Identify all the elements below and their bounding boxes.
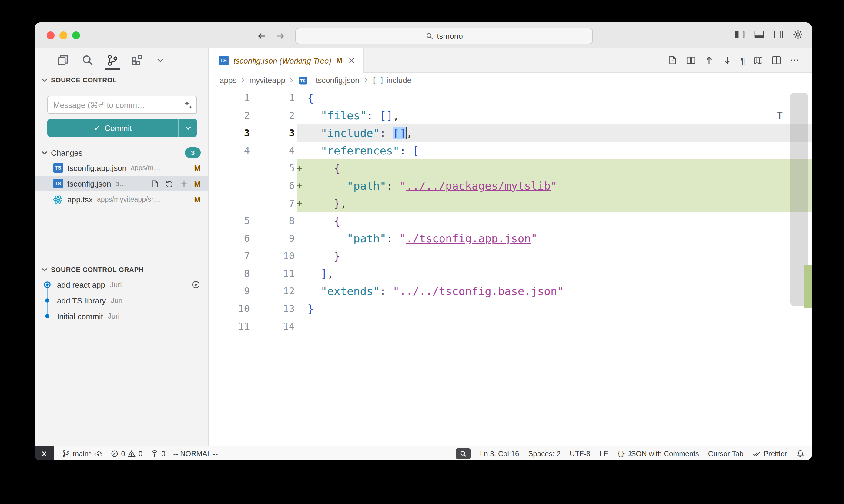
changed-file-row-selected[interactable]: TS tsconfig.json a… [35,176,208,192]
command-center-search[interactable]: tsmono [295,28,593,44]
forward-button[interactable] [275,31,286,41]
changed-file-row[interactable]: TS tsconfig.app.json apps/m… M [35,160,208,176]
spacer [35,207,208,262]
file-name: app.tsx [67,195,93,204]
code-line[interactable]: 69 "path": "./tsconfig.app.json" [209,230,812,247]
cursor-position-item[interactable]: Ln 3, Col 16 [480,449,519,458]
layout-sidebar-icon[interactable] [734,29,745,40]
modified-badge: M [193,179,201,188]
close-button[interactable] [47,32,55,39]
code-line[interactable]: 912 "extends": "../../tsconfig.base.json… [209,282,812,300]
symbol-array-icon: [ ] [372,76,383,85]
diff-added-marker [295,265,304,282]
code-line[interactable]: 1114 [209,318,812,335]
code-line[interactable]: 811 ], [209,265,812,282]
code-line[interactable]: 7+ }, [209,195,812,212]
open-changes-icon[interactable] [668,55,678,66]
split-editor-icon[interactable] [771,55,781,66]
editor-toolbar: ¶ [668,49,812,72]
encoding-item[interactable]: UTF-8 [570,449,590,458]
pilcrow-icon[interactable]: ¶ [740,56,745,65]
new-line-number: 11 [254,265,295,282]
open-file-icon[interactable] [150,179,159,188]
language-mode-item[interactable]: {} JSON with Comments [617,449,699,458]
commit-row[interactable]: Initial commit Juri [35,308,208,324]
minimize-button[interactable] [59,32,67,39]
magnifier-icon [460,450,467,457]
code-line[interactable]: 11{ [209,89,812,107]
cursor-tab-item[interactable]: Cursor Tab [708,449,744,458]
next-change-icon[interactable] [722,55,733,66]
errors-icon [110,449,119,458]
code-line[interactable]: 6+ "path": "../../packages/mytslib" [209,177,812,195]
extensions-tab[interactable] [131,49,144,72]
vim-mode-item[interactable]: -- NORMAL -- [173,449,218,458]
commit-row[interactable]: add react app Juri [35,277,208,293]
source-control-tab[interactable] [106,49,119,72]
code-line[interactable]: 58 { [209,212,812,230]
close-tab-icon[interactable] [347,56,356,65]
screencast-zoom-indicator[interactable] [456,448,471,459]
indentation-item[interactable]: Spaces: 2 [528,449,561,458]
changes-section-header[interactable]: Changes 3 [41,145,197,160]
layout-secondary-sidebar-icon[interactable] [773,29,784,40]
changed-file-row[interactable]: app.tsx apps/myviteapp/sr… M [35,192,208,207]
commit-button[interactable]: ✓ Commit [47,119,197,137]
commit-dropdown-button[interactable] [178,119,197,137]
graph-section-header[interactable]: SOURCE CONTROL GRAPH [35,262,208,277]
code-line[interactable]: 22 "files": [], [209,107,812,124]
back-button[interactable] [257,31,267,41]
commit-message: add TS library [57,296,106,305]
zoom-button[interactable] [72,32,80,39]
cloud-upload-icon[interactable] [94,449,102,458]
breadcrumb-item[interactable]: myviteapp [249,76,285,85]
goto-current-commit-icon[interactable] [191,280,201,290]
branch-item[interactable]: main* [62,449,102,458]
more-actions-icon[interactable] [789,55,800,66]
code-line[interactable]: 5+ { [209,159,812,177]
code-line[interactable]: 710 } [209,247,812,265]
commit-message-input[interactable] [47,96,197,114]
ports-item[interactable]: 0 [150,449,165,458]
code-text: "path": "./tsconfig.app.json" [304,230,537,247]
desktop: tsmono [0,0,844,504]
editor-group: TS tsconfig.json (Working Tree) M [209,49,812,446]
breadcrumb-item[interactable]: apps [220,76,237,85]
discard-changes-icon[interactable] [165,179,174,188]
bell-icon[interactable] [796,449,805,458]
old-line-number: 9 [209,282,254,300]
breadcrumb-item[interactable]: include [386,76,411,85]
remote-indicator[interactable] [35,447,54,461]
diff-editor[interactable]: 11{22 "files": [],33 "include": [],44 "r… [209,88,812,446]
diff-added-marker: + [295,195,304,212]
commit-author: Juri [108,312,201,321]
code-text: ], [304,265,334,282]
chevron-down-icon [41,76,49,84]
problems-item[interactable]: 0 0 [110,449,142,458]
code-line[interactable]: 44 "references": [ [209,142,812,159]
code-line[interactable]: 1013} [209,300,812,318]
previous-change-icon[interactable] [704,55,714,66]
commit-author: Juri [111,296,201,305]
layout-panel-icon[interactable] [754,29,764,40]
breadcrumb-item[interactable]: tsconfig.json [315,76,360,85]
search-tab[interactable] [81,49,94,72]
more-views-tab[interactable] [156,49,165,72]
file-path: apps/m… [131,164,193,172]
map-icon[interactable] [753,55,763,66]
compare-icon[interactable] [686,55,696,66]
changes-count-badge: 3 [185,147,201,158]
radio-tower-icon [150,449,159,458]
new-line-number: 1 [254,89,295,107]
eol-item[interactable]: LF [599,449,608,458]
formatter-item[interactable]: Prettier [753,449,787,458]
settings-gear-icon[interactable] [792,29,803,40]
sparkle-icon[interactable] [183,100,193,110]
tab-tsconfig-working-tree[interactable]: TS tsconfig.json (Working Tree) M [209,49,363,73]
source-control-section-header[interactable]: SOURCE CONTROL [35,72,208,88]
new-line-number: 14 [254,318,295,335]
stage-changes-icon[interactable] [179,179,189,188]
code-line[interactable]: 33 "include": [], [209,124,812,142]
commit-row[interactable]: add TS library Juri [35,293,208,308]
explorer-tab[interactable] [56,49,69,72]
